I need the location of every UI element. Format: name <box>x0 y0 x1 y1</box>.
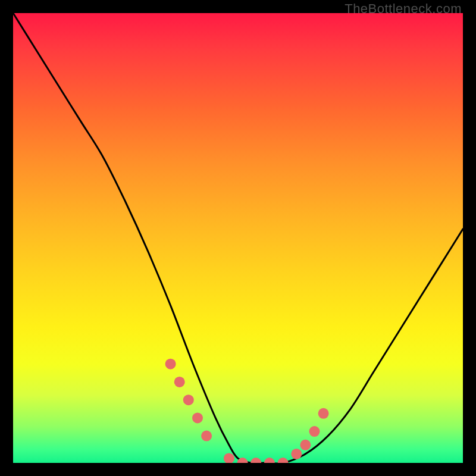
highlight-dot <box>318 408 329 419</box>
highlight-dot <box>174 377 185 387</box>
highlight-dot <box>165 359 176 369</box>
plot-area <box>13 13 463 463</box>
highlight-dot <box>300 440 311 450</box>
highlight-dot <box>291 449 302 459</box>
highlight-dot <box>201 431 212 441</box>
highlight-dot <box>264 458 275 463</box>
highlight-dot <box>250 458 261 463</box>
chart-frame: TheBottleneck.com <box>0 0 476 476</box>
bottleneck-curve <box>13 13 463 463</box>
highlight-dot <box>224 453 234 463</box>
highlight-dot <box>192 412 203 423</box>
highlight-dot <box>183 394 194 405</box>
curve-svg <box>13 13 463 463</box>
highlight-dot <box>309 426 320 437</box>
highlight-markers <box>165 359 329 463</box>
highlight-dot <box>278 458 289 463</box>
